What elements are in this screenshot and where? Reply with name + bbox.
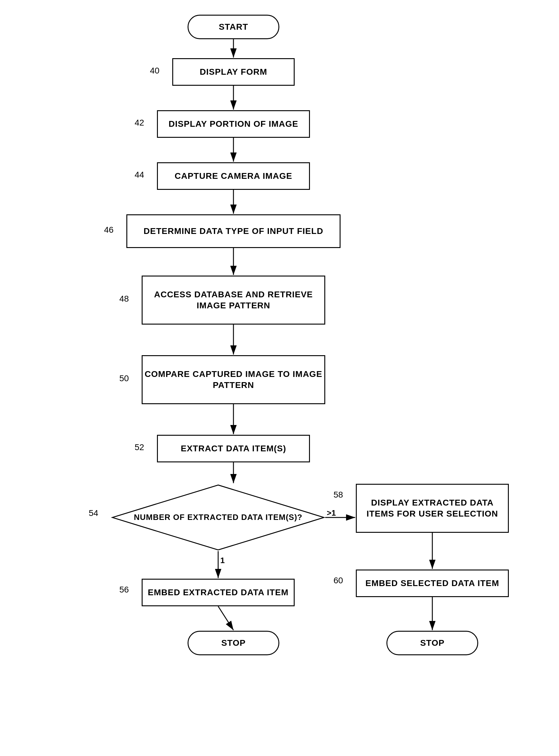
label-40: 40 <box>150 66 159 75</box>
start-label: START <box>219 21 248 33</box>
embed-extracted-node: EMBED EXTRACTED DATA ITEM <box>142 579 295 606</box>
embed-selected-node: EMBED SELECTED DATA ITEM <box>356 569 509 597</box>
label-44: 44 <box>135 170 144 180</box>
extract-data-node: EXTRACT DATA ITEM(S) <box>157 435 310 462</box>
flowchart-container: START 40 DISPLAY FORM 42 DISPLAY PORTION… <box>0 0 559 756</box>
stop2-label: STOP <box>420 638 445 649</box>
stop1-node: STOP <box>187 631 280 655</box>
label-42: 42 <box>135 118 144 128</box>
label-50: 50 <box>119 373 129 383</box>
display-form-label: DISPLAY FORM <box>200 66 267 78</box>
display-extracted-node: DISPLAY EXTRACTED DATA ITEMS FOR USER SE… <box>356 484 509 533</box>
access-database-node: ACCESS DATABASE AND RETRIEVE IMAGE PATTE… <box>142 276 325 325</box>
display-portion-label: DISPLAY PORTION OF IMAGE <box>169 118 298 130</box>
gt1-label: >1 <box>327 508 336 518</box>
display-portion-node: DISPLAY PORTION OF IMAGE <box>157 110 310 138</box>
compare-image-node: COMPARE CAPTURED IMAGE TO IMAGE PATTERN <box>142 355 325 404</box>
stop1-label: STOP <box>221 638 246 649</box>
capture-camera-node: CAPTURE CAMERA IMAGE <box>157 162 310 190</box>
label-54: 54 <box>89 508 98 518</box>
determine-data-type-label: DETERMINE DATA TYPE OF INPUT FIELD <box>143 226 323 237</box>
stop2-node: STOP <box>386 631 478 655</box>
number-extracted-label: NUMBER OF EXTRACTED DATA ITEM(S)? <box>121 512 315 523</box>
compare-image-label: COMPARE CAPTURED IMAGE TO IMAGE PATTERN <box>142 369 324 391</box>
extract-data-label: EXTRACT DATA ITEM(S) <box>181 443 286 454</box>
display-form-node: DISPLAY FORM <box>172 58 295 86</box>
label-48: 48 <box>119 294 129 304</box>
embed-extracted-label: EMBED EXTRACTED DATA ITEM <box>148 587 289 598</box>
determine-data-type-node: DETERMINE DATA TYPE OF INPUT FIELD <box>126 214 340 248</box>
embed-selected-label: EMBED SELECTED DATA ITEM <box>365 578 499 589</box>
number-extracted-node: NUMBER OF EXTRACTED DATA ITEM(S)? <box>111 484 325 551</box>
one-label: 1 <box>220 556 225 565</box>
label-56: 56 <box>119 585 129 595</box>
display-extracted-label: DISPLAY EXTRACTED DATA ITEMS FOR USER SE… <box>357 497 508 520</box>
label-52: 52 <box>135 442 144 452</box>
svg-line-11 <box>218 606 233 630</box>
label-58: 58 <box>334 490 343 500</box>
label-60: 60 <box>334 576 343 585</box>
label-46: 46 <box>104 225 113 235</box>
access-database-label: ACCESS DATABASE AND RETRIEVE IMAGE PATTE… <box>142 289 324 311</box>
start-node: START <box>187 15 280 39</box>
capture-camera-label: CAPTURE CAMERA IMAGE <box>175 171 292 181</box>
